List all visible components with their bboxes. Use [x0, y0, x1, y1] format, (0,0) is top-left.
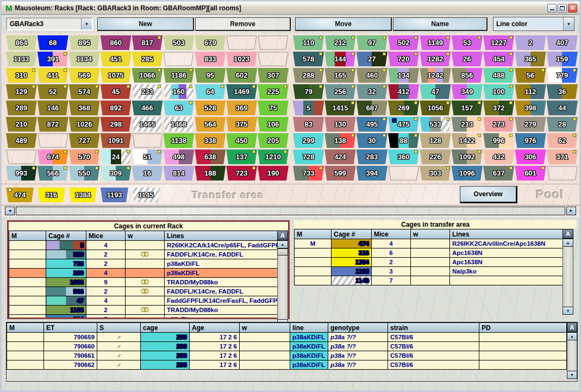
cage-cell[interactable]: 310 — [6, 68, 37, 83]
col-header-lines[interactable]: Lines — [165, 231, 278, 241]
cage-cell[interactable]: 1465 — [132, 117, 163, 132]
empty-slot[interactable] — [226, 35, 257, 50]
cage-row[interactable]: 2994p38aKDiFL — [9, 269, 278, 278]
chevron-down-icon[interactable]: ▼ — [563, 17, 574, 30]
cage-cell[interactable]: 412 — [388, 84, 419, 99]
cage-cell[interactable]: 212 — [324, 35, 355, 50]
cell-m[interactable]: M — [295, 239, 332, 248]
cell-m[interactable] — [9, 287, 46, 296]
cell-et[interactable]: 790660 — [44, 342, 97, 351]
cell-cage-number[interactable]: 299 — [141, 360, 190, 370]
cage-row[interactable]: M4744R26IKK2CA/villinCre/Apc1638N — [295, 239, 563, 248]
cage-cell[interactable]: 1066 — [132, 68, 163, 83]
cell-cage-number[interactable]: 316 — [332, 248, 372, 258]
cage-cell[interactable]: 1056 — [420, 101, 451, 115]
cell-mice-count[interactable]: 3 — [372, 267, 411, 276]
sort-button[interactable]: A — [563, 229, 573, 239]
empty-slot[interactable] — [258, 35, 289, 50]
cell-m[interactable] — [9, 278, 46, 287]
cell-mice-count[interactable]: 4 — [86, 269, 126, 278]
cage-row[interactable]: 5662FADDFL/K14Cre, FADDFL — [9, 287, 278, 296]
cell-genotype[interactable]: p38a ?/? — [328, 342, 388, 351]
cage-cell[interactable]: 599 — [324, 166, 355, 181]
cage-cell[interactable]: 574 — [69, 84, 100, 99]
cage-cell[interactable]: 1133 — [6, 52, 37, 66]
col-header-m[interactable]: M — [7, 323, 44, 333]
scroll-thumb[interactable] — [277, 248, 288, 256]
close-button[interactable]: ✕ — [568, 4, 577, 13]
empty-slot[interactable] — [163, 52, 194, 66]
cage-cell[interactable]: 36 — [547, 84, 578, 99]
cage-cell[interactable]: 1422 — [452, 133, 483, 148]
col-header-mice[interactable]: Mice — [372, 229, 411, 239]
cage-cell[interactable]: 213 — [452, 117, 483, 132]
cage-row[interactable]: 11862TRADD/MyD88ko — [9, 306, 278, 315]
cage-cell[interactable]: 307 — [258, 68, 289, 83]
cage-cell[interactable]: 488 — [483, 68, 514, 83]
scroll-up-icon[interactable]: ▲ — [563, 239, 573, 247]
vertical-scrollbar[interactable]: A ▲ ▼ — [277, 231, 288, 327]
cage-cell[interactable]: 895 — [69, 35, 100, 50]
cell-m[interactable] — [9, 259, 46, 269]
cell-mice-count[interactable]: 6 — [372, 248, 411, 258]
cage-cell[interactable]: 137 — [226, 150, 257, 164]
cage-cell[interactable]: 309 — [101, 166, 132, 181]
cell-mating[interactable] — [126, 259, 165, 269]
cage-row[interactable]: 5502FADDFL/K14Cre, FADDFL — [9, 250, 278, 259]
cage-cell[interactable]: 1145 — [132, 188, 160, 202]
empty-slot[interactable] — [388, 166, 419, 181]
cage-cell[interactable]: 372 — [483, 101, 514, 115]
cage-cell[interactable]: 130 — [324, 117, 355, 132]
cage-row[interactable]: 11457 — [295, 276, 563, 285]
cell-line[interactable]: p38aKDiFL — [290, 333, 328, 342]
cell-mating[interactable] — [126, 278, 165, 287]
col-header-age[interactable]: Age — [190, 323, 240, 333]
col-header-cage[interactable]: Cage # — [332, 229, 372, 239]
cell-lines[interactable]: p38aFL — [165, 315, 278, 318]
name-button[interactable]: Name — [393, 17, 488, 31]
cage-cell[interactable]: 1186 — [163, 68, 194, 83]
cell-mating[interactable] — [411, 276, 450, 285]
cage-cell[interactable]: 128 — [420, 133, 451, 148]
empty-slot[interactable] — [6, 150, 37, 164]
scroll-down-icon[interactable]: ▼ — [567, 371, 577, 379]
cage-cell[interactable]: 550 — [69, 166, 100, 181]
cage-cell[interactable]: 723 — [226, 166, 257, 181]
cell-strain[interactable]: C57Bl/6 — [388, 342, 479, 351]
cage-cell[interactable]: 226 — [420, 150, 451, 164]
cage-cell[interactable]: 569 — [69, 68, 100, 83]
cell-et[interactable]: 790659 — [44, 333, 97, 342]
scroll-right-icon[interactable]: ► — [566, 207, 576, 215]
cage-cell[interactable]: 368 — [69, 101, 100, 115]
cage-cell[interactable]: 1096 — [452, 166, 483, 181]
cell-sex[interactable]: ♂ — [97, 333, 141, 342]
scroll-track[interactable] — [277, 256, 288, 319]
cell-mating[interactable] — [411, 248, 450, 258]
cage-cell[interactable]: 316 — [38, 188, 65, 202]
col-header-line[interactable]: line — [290, 323, 328, 333]
cage-cell[interactable]: 5 — [293, 101, 324, 115]
sort-button[interactable]: A — [277, 231, 288, 240]
cage-cell[interactable]: 1227 — [483, 35, 514, 50]
cage-cell[interactable]: 349 — [452, 84, 483, 99]
cage-cell[interactable]: 225 — [258, 84, 289, 99]
cage-cell[interactable]: 24 — [101, 150, 132, 164]
vertical-scrollbar[interactable]: A ▲ ▼ — [563, 229, 573, 315]
chevron-down-icon[interactable]: ▼ — [81, 18, 92, 29]
cage-cell[interactable]: 466 — [132, 101, 163, 115]
cage-cell[interactable]: 112 — [515, 84, 546, 99]
cell-lines[interactable]: Apc1638N — [450, 248, 563, 258]
cage-cell[interactable]: 97 — [357, 35, 388, 50]
col-header-et[interactable]: ET — [44, 323, 97, 333]
mouse-row[interactable]: 790660♂29917 2 6p38aKDiFLp38a ?/?C57Bl/6 — [7, 342, 567, 351]
cell-age[interactable]: 17 2 6 — [190, 342, 240, 351]
col-header-m[interactable]: M — [9, 231, 46, 241]
cell-line[interactable]: p38aKDiFL — [290, 351, 328, 360]
cage-cell[interactable]: 1026 — [69, 117, 100, 132]
cell-mice-count[interactable]: 4 — [86, 296, 126, 306]
cell-mice-count[interactable]: 2 — [86, 259, 126, 269]
minimize-button[interactable] — [547, 4, 557, 13]
cage-cell[interactable]: 498 — [163, 150, 194, 164]
move-button[interactable]: Move — [295, 17, 392, 31]
cell-mating[interactable] — [411, 267, 450, 276]
